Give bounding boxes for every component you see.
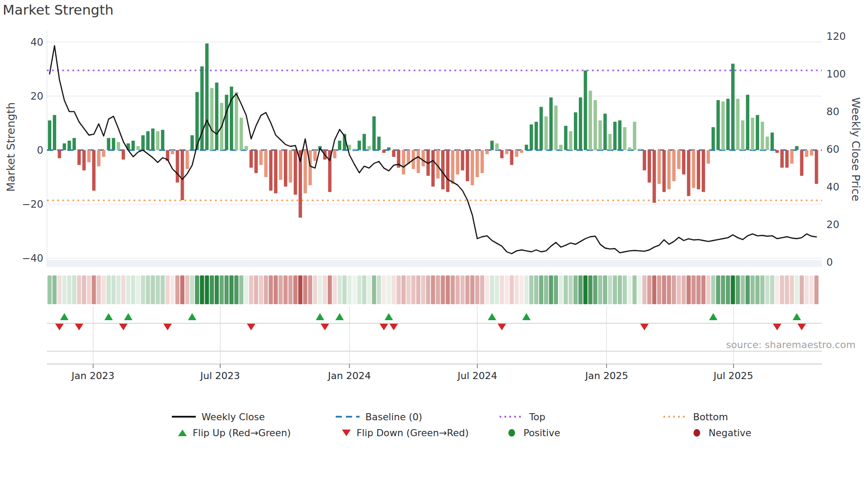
y-tick-left-20: 20 (13, 90, 43, 102)
legend-positive: Positive (506, 427, 560, 438)
y-tick-right-120: 120 (826, 30, 862, 43)
legend-label: Baseline (0) (365, 411, 422, 422)
weekly-close-line-swatch (172, 416, 196, 418)
x-tick-jan-2024: Jan 2024 (314, 370, 385, 382)
legend-label: Weekly Close (202, 411, 265, 422)
y-tick-left-0: 0 (13, 144, 43, 156)
legend-weekly-close: Weekly Close (172, 411, 265, 422)
baseline-dash-swatch (336, 416, 360, 418)
legend-label: Flip Up (Red→Green) (193, 427, 291, 438)
x-tick-jul-2023: Jul 2023 (185, 370, 256, 382)
legend-flip-up: Flip Up (Red→Green) (178, 427, 291, 438)
legend-label: Bottom (693, 411, 728, 422)
y-tick-left-m40: −40 (13, 252, 43, 264)
legend-label: Positive (523, 427, 560, 438)
x-tick-jul-2024: Jul 2024 (442, 370, 513, 382)
legend-top: Top (500, 411, 545, 422)
y-tick-right-20: 20 (826, 218, 862, 231)
x-tick-jan-2023: Jan 2023 (58, 370, 128, 382)
y-tick-right-80: 80 (826, 105, 862, 118)
top-dotted-swatch (500, 416, 523, 418)
legend-negative: Negative (691, 427, 752, 438)
legend-label: Negative (709, 427, 752, 438)
flip-up-triangle-icon (178, 430, 187, 436)
x-tick-jan-2025: Jan 2025 (571, 370, 642, 382)
y-tick-right-40: 40 (826, 181, 862, 193)
page-title: Market Strength (3, 2, 114, 18)
positive-dot-icon (508, 429, 515, 437)
y-tick-left-40: 40 (13, 36, 43, 48)
x-tick-jul-2025: Jul 2025 (698, 370, 769, 382)
negative-dot-icon (694, 429, 700, 437)
y-tick-right-0: 0 (826, 256, 862, 268)
legend-baseline: Baseline (0) (336, 411, 422, 422)
legend-label: Flip Down (Green→Red) (356, 427, 469, 438)
legend-label: Top (529, 411, 545, 422)
y-tick-right-100: 100 (826, 68, 862, 80)
legend-flip-down: Flip Down (Green→Red) (342, 427, 469, 438)
y-tick-right-60: 60 (826, 143, 862, 155)
legend-bottom: Bottom (663, 411, 728, 422)
source-credit: source: sharemaestro.com (726, 339, 856, 350)
y-tick-left-m20: −20 (13, 198, 43, 210)
chart-root: Market Strength Market Strength Weekly C… (0, 0, 868, 488)
chart-canvas (0, 0, 868, 488)
bottom-dotted-swatch (663, 416, 687, 418)
flip-down-triangle-icon (342, 430, 351, 436)
